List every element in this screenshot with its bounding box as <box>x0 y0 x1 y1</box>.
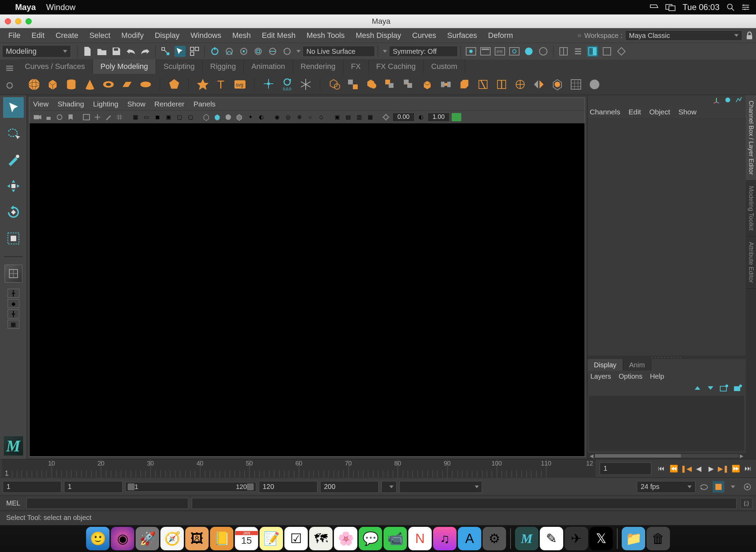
poly-cylinder-icon[interactable] <box>64 77 78 92</box>
field-chart-icon[interactable]: ▣ <box>164 113 173 122</box>
menu-curves[interactable]: Curves <box>407 31 442 40</box>
vp-menu-view[interactable]: View <box>33 100 49 108</box>
goto-start-icon[interactable]: ⏮ <box>656 463 666 474</box>
snap-curve-icon[interactable] <box>224 46 235 57</box>
snap-live-icon[interactable] <box>282 46 293 57</box>
menu-edit[interactable]: Edit <box>26 31 50 40</box>
paint-select-tool[interactable] <box>3 150 24 170</box>
freeze-transform-icon[interactable] <box>298 77 313 92</box>
menu-surfaces[interactable]: Surfaces <box>442 31 483 40</box>
command-language-label[interactable]: MEL <box>3 499 23 507</box>
save-scene-icon[interactable] <box>111 46 122 57</box>
bridge-icon[interactable] <box>439 77 453 92</box>
side-tab-attributeeditor[interactable]: Attribute Editor <box>746 236 756 289</box>
light-editor-icon[interactable] <box>538 46 549 57</box>
finder-icon[interactable]: 🙂 <box>86 527 109 550</box>
news-icon[interactable]: N <box>408 527 432 550</box>
vp-menu-renderer[interactable]: Renderer <box>154 100 185 108</box>
grid-toggle-icon[interactable] <box>115 113 124 122</box>
platonic-icon[interactable] <box>167 77 181 92</box>
render-current-icon[interactable] <box>480 46 491 57</box>
undo-icon[interactable] <box>125 46 136 57</box>
vp-menu-panels[interactable]: Panels <box>193 100 216 108</box>
notes-icon[interactable]: 📝 <box>260 527 283 550</box>
mirror-icon[interactable] <box>532 77 546 92</box>
layer-menu-help[interactable]: Help <box>650 372 664 380</box>
grease-pencil-icon[interactable] <box>104 113 113 122</box>
menu-editmesh[interactable]: Edit Mesh <box>256 31 301 40</box>
bookmark-icon[interactable] <box>66 113 75 122</box>
symmetry-options-dropdown[interactable] <box>383 50 387 53</box>
open-scene-icon[interactable] <box>96 46 107 57</box>
textedit-icon[interactable]: ✎ <box>540 527 563 550</box>
new-scene-icon[interactable] <box>82 46 93 57</box>
shaded-icon[interactable] <box>213 113 222 122</box>
move-tool[interactable] <box>3 176 24 196</box>
exposure-field[interactable]: 0.00 <box>392 113 414 122</box>
boolean-difference-icon[interactable] <box>383 77 397 92</box>
combine-icon[interactable] <box>327 77 342 92</box>
last-tool[interactable] <box>4 265 22 283</box>
layer-tab-display[interactable]: Display <box>588 359 623 371</box>
app-name[interactable]: Maya <box>15 2 36 12</box>
camera-select-icon[interactable] <box>33 113 42 122</box>
current-frame-field[interactable]: 1 <box>600 462 651 475</box>
camera-settings-icon[interactable] <box>55 113 64 122</box>
layer-create-selected-icon[interactable] <box>733 384 742 392</box>
poly-svg-icon[interactable]: svg <box>233 77 247 92</box>
side-tab-channelbox[interactable]: Channel Box / Layer Editor <box>746 95 756 181</box>
layer-move-down-icon[interactable] <box>706 384 715 392</box>
menu-display[interactable]: Display <box>149 31 185 40</box>
outliner-icon[interactable] <box>573 46 584 57</box>
trash-icon[interactable]: 🗑 <box>647 527 670 550</box>
poly-torus-icon[interactable] <box>101 77 116 92</box>
menu-set-dropdown[interactable]: Modeling <box>2 45 71 58</box>
select-object-icon[interactable] <box>175 46 186 57</box>
contacts-icon[interactable]: 📒 <box>210 527 233 550</box>
cb-menu-show[interactable]: Show <box>679 108 697 116</box>
snap-viewplane-icon[interactable] <box>267 46 278 57</box>
anim-end-field[interactable]: 200 <box>320 481 379 493</box>
xray-icon[interactable]: ◎ <box>284 113 293 122</box>
motion-blur-icon[interactable]: ▦ <box>366 113 375 122</box>
menu-create[interactable]: Create <box>50 31 84 40</box>
anti-alias-icon[interactable]: ▤ <box>344 113 353 122</box>
step-forward-key-icon[interactable]: ⏩ <box>731 463 741 474</box>
snap-point-icon[interactable] <box>238 46 249 57</box>
menu-deform[interactable]: Deform <box>483 31 518 40</box>
layer-menu-options[interactable]: Options <box>619 372 642 380</box>
anim-layer-dropdown[interactable] <box>399 481 482 493</box>
shadows-icon[interactable]: ◐ <box>257 113 266 122</box>
resolution-gate-icon[interactable]: ▭ <box>142 113 151 122</box>
photos-icon[interactable]: 🌸 <box>334 527 357 550</box>
textured-icon[interactable] <box>224 113 233 122</box>
anim-prefs-icon[interactable] <box>742 481 753 493</box>
extrude-icon[interactable] <box>420 77 434 92</box>
motion-trail-icon[interactable]: ◇ <box>317 113 326 122</box>
render-settings-icon[interactable] <box>509 46 520 57</box>
workspace-dropdown[interactable]: Maya Classic <box>625 30 742 41</box>
preview-icon[interactable]: 🖼 <box>185 527 209 550</box>
loop-icon[interactable] <box>698 481 710 493</box>
gamma-field[interactable]: 1.00 <box>428 113 450 122</box>
side-tab-modelingtoolkit[interactable]: Modeling Toolkit <box>746 181 756 236</box>
color-management-icon[interactable] <box>452 113 461 121</box>
command-input[interactable] <box>27 498 188 509</box>
safe-action-icon[interactable]: ▢ <box>175 113 184 122</box>
viewport-canvas[interactable] <box>30 123 585 456</box>
cb-menu-edit[interactable]: Edit <box>629 108 641 116</box>
macos-dock[interactable]: 🙂 ◉ 🚀 🧭 🖼 📒 JAN15 📝 ☑ 🗺 🌸 💬 📹 N ♫ A ⚙ M … <box>0 525 756 552</box>
axis-orientation-icon[interactable] <box>713 96 720 104</box>
macos-menubar[interactable]: Maya Window Tue 06:03 <box>0 0 756 14</box>
select-component-icon[interactable] <box>189 46 200 57</box>
live-surface-dropdown[interactable]: No Live Surface <box>303 46 375 57</box>
cb-menu-object[interactable]: Object <box>649 108 670 116</box>
goto-end-icon[interactable]: ⏭ <box>743 463 753 474</box>
layer-scrollbar[interactable]: ◀▶ <box>588 453 746 459</box>
center-pivot-icon[interactable] <box>261 77 276 92</box>
shelf-tab-polymodeling[interactable]: Poly Modeling <box>93 59 156 74</box>
channel-box[interactable] <box>588 119 746 356</box>
reminders-icon[interactable]: ☑ <box>284 527 308 550</box>
reset-pivot-icon[interactable]: 0,0,0 <box>280 77 294 92</box>
control-strip-icon[interactable] <box>650 3 659 11</box>
